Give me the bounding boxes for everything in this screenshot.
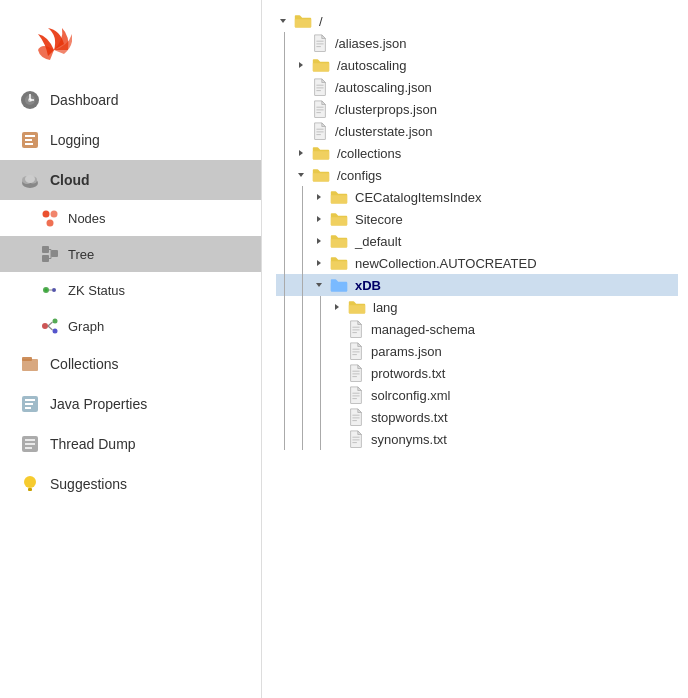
tree-row[interactable]: protwords.txt (276, 362, 678, 384)
tree-toggle[interactable] (330, 344, 344, 358)
tree-toggle[interactable] (330, 388, 344, 402)
tree-node-label: /autoscaling (337, 58, 406, 73)
tree-toggle[interactable] (330, 366, 344, 380)
tree-indent (276, 318, 294, 340)
tree-indent (276, 296, 294, 318)
sidebar-label-graph: Graph (68, 319, 104, 334)
sidebar-item-tree[interactable]: Tree (0, 236, 261, 272)
tree-node-label: managed-schema (371, 322, 475, 337)
svg-marker-63 (316, 283, 322, 287)
file-icon (344, 430, 368, 448)
tree-indent (294, 362, 312, 384)
tree-toggle[interactable] (294, 146, 308, 160)
sidebar-item-javaprops[interactable]: Java Properties (0, 384, 261, 424)
tree-toggle[interactable] (294, 102, 308, 116)
tree-toggle[interactable] (312, 234, 326, 248)
folder-icon (326, 233, 352, 249)
svg-point-26 (42, 323, 48, 329)
svg-point-13 (43, 211, 50, 218)
tree-toggle[interactable] (276, 14, 290, 28)
sidebar-item-suggestions[interactable]: Suggestions (0, 464, 261, 504)
tree-toggle[interactable] (294, 36, 308, 50)
tree-row[interactable]: solrconfig.xml (276, 384, 678, 406)
tree-node-label: protwords.txt (371, 366, 445, 381)
tree-row[interactable]: synonyms.txt (276, 428, 678, 450)
sidebar-label-dashboard: Dashboard (50, 92, 119, 108)
folder-icon (308, 57, 334, 73)
tree-indent (276, 120, 294, 142)
tree-row[interactable]: /autoscaling.json (276, 76, 678, 98)
tree-toggle[interactable] (330, 300, 344, 314)
tree-row[interactable]: xDB (276, 274, 678, 296)
tree-toggle[interactable] (312, 256, 326, 270)
sidebar-item-nodes[interactable]: Nodes (0, 200, 261, 236)
logging-icon (20, 130, 40, 150)
tree-node-label: synonyms.txt (371, 432, 447, 447)
svg-rect-36 (25, 407, 31, 409)
sidebar-item-graph[interactable]: Graph (0, 308, 261, 344)
sidebar-item-dashboard[interactable]: Dashboard (0, 80, 261, 120)
tree-row[interactable]: /autoscaling (276, 54, 678, 76)
tree-indent (276, 142, 294, 164)
sidebar-item-zkstatus[interactable]: ZK Status (0, 272, 261, 308)
tree-indent (294, 208, 312, 230)
tree-row[interactable]: Sitecore (276, 208, 678, 230)
tree-row[interactable]: /collections (276, 142, 678, 164)
tree-indent (276, 428, 294, 450)
sidebar-item-collections[interactable]: Collections (0, 344, 261, 384)
tree-row[interactable]: stopwords.txt (276, 406, 678, 428)
tree-row[interactable]: /clusterstate.json (276, 120, 678, 142)
tree-indent (276, 362, 294, 384)
folder-icon (326, 211, 352, 227)
tree-row[interactable]: params.json (276, 340, 678, 362)
tree-toggle[interactable] (312, 212, 326, 226)
tree-row[interactable]: _default (276, 230, 678, 252)
tree-row[interactable]: newCollection.AUTOCREATED (276, 252, 678, 274)
tree-indent (312, 340, 330, 362)
svg-marker-62 (317, 260, 321, 266)
sidebar-item-threaddump[interactable]: Thread Dump (0, 424, 261, 464)
tree-node-label: /clusterprops.json (335, 102, 437, 117)
tree-row[interactable]: /aliases.json (276, 32, 678, 54)
zk-icon (40, 280, 60, 300)
sidebar-label-cloud: Cloud (50, 172, 90, 188)
tree-toggle[interactable] (312, 278, 326, 292)
tree-node-label: Sitecore (355, 212, 403, 227)
tree-toggle[interactable] (294, 80, 308, 94)
tree-toggle[interactable] (330, 432, 344, 446)
tree-row[interactable]: /clusterprops.json (276, 98, 678, 120)
tree-row[interactable]: /configs (276, 164, 678, 186)
svg-marker-61 (317, 238, 321, 244)
file-icon (308, 78, 332, 96)
solr-logo (20, 18, 78, 70)
tree-node-label: solrconfig.xml (371, 388, 450, 403)
sidebar-label-threaddump: Thread Dump (50, 436, 136, 452)
tree-toggle[interactable] (312, 190, 326, 204)
sidebar-label-suggestions: Suggestions (50, 476, 127, 492)
javaprop-icon (20, 394, 40, 414)
file-icon (308, 34, 332, 52)
tree-row[interactable]: CECatalogItemsIndex (276, 186, 678, 208)
file-icon (344, 408, 368, 426)
tree-indent (312, 428, 330, 450)
file-icon (344, 386, 368, 404)
tree-toggle[interactable] (330, 322, 344, 336)
tree-row[interactable]: / (276, 10, 678, 32)
svg-marker-47 (299, 62, 303, 68)
tree-toggle[interactable] (330, 410, 344, 424)
folder-icon (344, 299, 370, 315)
tree-indent (276, 406, 294, 428)
svg-point-15 (47, 220, 54, 227)
tree-indent (312, 406, 330, 428)
file-icon (308, 100, 332, 118)
nodes-icon (40, 208, 60, 228)
tree-toggle[interactable] (294, 58, 308, 72)
tree-row[interactable]: lang (276, 296, 678, 318)
sidebar-item-logging[interactable]: Logging (0, 120, 261, 160)
tree-toggle[interactable] (294, 168, 308, 182)
sidebar-item-cloud[interactable]: Cloud (0, 160, 261, 200)
tree-indent (312, 384, 330, 406)
tree-toggle[interactable] (294, 124, 308, 138)
tree-row[interactable]: managed-schema (276, 318, 678, 340)
tree-indent (294, 252, 312, 274)
